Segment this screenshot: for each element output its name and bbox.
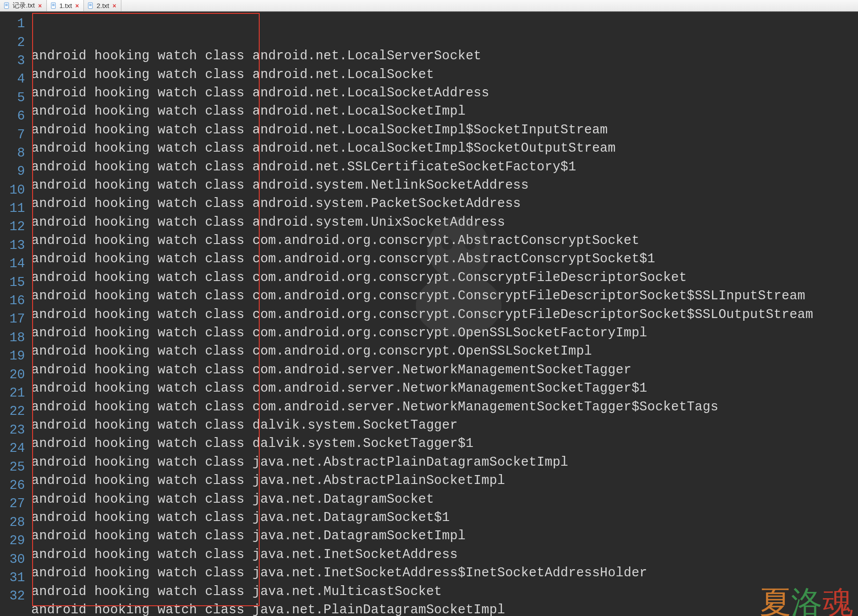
line-number: 27 (0, 495, 31, 513)
code-text: android hooking watch class com.android.… (31, 326, 647, 340)
line-number: 3 (0, 52, 31, 70)
line-number: 24 (0, 439, 31, 458)
line-number: 19 (0, 347, 31, 365)
code-line[interactable]: android hooking watch class android.net.… (31, 84, 858, 102)
code-text: android hooking watch class dalvik.syste… (31, 418, 458, 433)
code-line[interactable]: android hooking watch class java.net.Abs… (31, 453, 858, 471)
line-number: 32 (0, 587, 31, 605)
line-number: 18 (0, 329, 31, 347)
code-line[interactable]: android hooking watch class android.net.… (31, 102, 858, 120)
code-line[interactable]: android hooking watch class java.net.Ine… (31, 564, 858, 582)
code-text: android hooking watch class java.net.Ine… (31, 566, 647, 580)
code-text: android hooking watch class dalvik.syste… (31, 436, 473, 451)
code-text: android hooking watch class com.android.… (31, 344, 592, 359)
code-line[interactable]: android hooking watch class android.net.… (31, 157, 858, 176)
svg-rect-3 (5, 6, 8, 6)
code-line[interactable]: android hooking watch class com.android.… (31, 361, 858, 379)
line-number: 2 (0, 33, 31, 51)
file-tab[interactable]: 1.txt× (47, 0, 84, 11)
code-line[interactable]: android hooking watch class com.android.… (31, 287, 858, 305)
line-number: 29 (0, 532, 31, 550)
code-line[interactable]: android hooking watch class android.syst… (31, 213, 858, 232)
line-number: 13 (0, 236, 31, 255)
code-text: android hooking watch class android.net.… (31, 123, 608, 137)
line-number: 1 (0, 15, 31, 33)
code-text: android hooking watch class com.android.… (31, 381, 647, 396)
code-line[interactable]: android hooking watch class java.net.Mul… (31, 582, 858, 600)
line-number: 16 (0, 292, 31, 310)
code-text: android hooking watch class com.android.… (31, 307, 813, 322)
code-line[interactable]: android hooking watch class android.syst… (31, 176, 858, 194)
code-line[interactable]: android hooking watch class java.net.Abs… (31, 471, 858, 490)
code-line[interactable]: android hooking watch class com.android.… (31, 379, 858, 397)
line-number: 20 (0, 365, 31, 384)
svg-rect-10 (89, 5, 92, 5)
line-number: 6 (0, 107, 31, 125)
code-line[interactable]: android hooking watch class com.android.… (31, 232, 858, 250)
code-line[interactable]: android hooking watch class com.android.… (31, 269, 858, 287)
code-area[interactable]: android hooking watch class android.net.… (31, 12, 858, 616)
code-text: android hooking watch class android.syst… (31, 178, 529, 193)
code-line[interactable]: android hooking watch class dalvik.syste… (31, 434, 858, 453)
code-line[interactable]: android hooking watch class android.net.… (31, 139, 858, 157)
svg-rect-5 (52, 4, 55, 4)
code-text: android hooking watch class android.net.… (31, 141, 616, 156)
code-line[interactable]: android hooking watch class android.net.… (31, 121, 858, 139)
line-number: 26 (0, 476, 31, 495)
code-text: android hooking watch class java.net.Dat… (31, 492, 434, 507)
code-line[interactable]: android hooking watch class android.net.… (31, 47, 858, 65)
code-line[interactable]: android hooking watch class com.android.… (31, 324, 858, 342)
line-number: 17 (0, 310, 31, 328)
close-icon[interactable]: × (74, 3, 80, 8)
code-line[interactable]: android hooking watch class com.android.… (31, 250, 858, 268)
code-text: android hooking watch class java.net.Abs… (31, 455, 568, 470)
file-tab[interactable]: 2.txt× (84, 0, 121, 11)
code-text: android hooking watch class com.android.… (31, 233, 639, 248)
tab-label: 记录.txt (12, 1, 35, 10)
close-icon[interactable]: × (37, 3, 43, 8)
tab-bar: 记录.txt×1.txt×2.txt× (0, 0, 858, 12)
line-number: 23 (0, 421, 31, 439)
code-line[interactable]: android hooking watch class java.net.Pla… (31, 601, 858, 616)
line-number: 5 (0, 89, 31, 107)
code-line[interactable]: android hooking watch class java.net.Ine… (31, 546, 858, 564)
code-text: android hooking watch class android.net.… (31, 67, 434, 82)
code-text: android hooking watch class android.syst… (31, 196, 521, 211)
code-text: android hooking watch class com.android.… (31, 252, 655, 266)
svg-rect-2 (5, 5, 8, 5)
editor-area[interactable]: 1234567891011121314151617181920212223242… (0, 12, 858, 616)
line-number: 4 (0, 70, 31, 88)
line-number: 21 (0, 384, 31, 402)
code-line[interactable]: android hooking watch class android.syst… (31, 194, 858, 213)
code-text: android hooking watch class com.android.… (31, 400, 718, 414)
code-line[interactable]: android hooking watch class android.net.… (31, 65, 858, 83)
code-line[interactable]: android hooking watch class java.net.Dat… (31, 509, 858, 527)
code-line[interactable]: android hooking watch class com.android.… (31, 397, 858, 416)
svg-rect-11 (89, 6, 92, 6)
code-text: android hooking watch class java.net.Ine… (31, 547, 458, 562)
code-text: android hooking watch class com.android.… (31, 289, 805, 303)
line-number: 11 (0, 199, 31, 218)
line-number: 9 (0, 162, 31, 181)
close-icon[interactable]: × (112, 3, 117, 8)
file-icon (4, 2, 10, 9)
code-text: android hooking watch class android.net.… (31, 49, 481, 63)
line-number: 7 (0, 125, 31, 144)
code-text: android hooking watch class android.net.… (31, 160, 576, 174)
code-line[interactable]: android hooking watch class java.net.Dat… (31, 527, 858, 545)
file-tab[interactable]: 记录.txt× (0, 0, 47, 11)
line-number: 22 (0, 402, 31, 421)
code-line[interactable]: android hooking watch class com.android.… (31, 342, 858, 360)
svg-rect-9 (89, 4, 92, 4)
code-line[interactable]: android hooking watch class com.android.… (31, 305, 858, 323)
code-line[interactable]: android hooking watch class java.net.Dat… (31, 490, 858, 508)
code-text: android hooking watch class android.net.… (31, 86, 489, 100)
code-text: android hooking watch class java.net.Pla… (31, 603, 505, 616)
line-number: 25 (0, 458, 31, 476)
code-text: android hooking watch class java.net.Dat… (31, 510, 450, 525)
code-text: android hooking watch class android.syst… (31, 215, 505, 230)
file-icon (87, 2, 94, 9)
code-line[interactable]: android hooking watch class dalvik.syste… (31, 416, 858, 434)
code-text: android hooking watch class com.android.… (31, 363, 631, 377)
line-number-gutter: 1234567891011121314151617181920212223242… (0, 12, 31, 616)
